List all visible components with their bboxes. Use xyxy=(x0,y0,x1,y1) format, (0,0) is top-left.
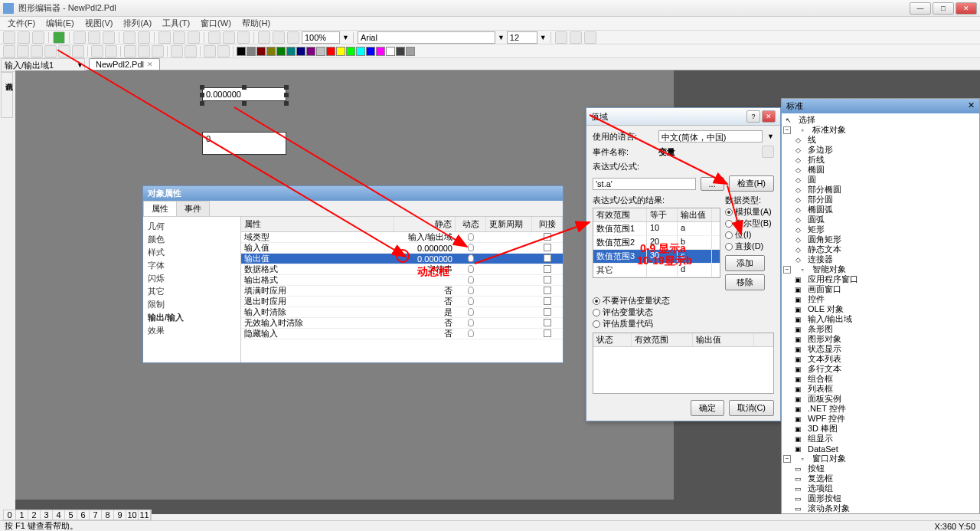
add-button[interactable]: 添加 xyxy=(725,255,765,271)
menu-arrange[interactable]: 排列(A) xyxy=(119,17,156,30)
radio-bit[interactable] xyxy=(725,231,733,239)
align-top-button[interactable] xyxy=(44,45,57,57)
save-button[interactable] xyxy=(32,31,44,44)
color-swatch[interactable] xyxy=(346,47,355,56)
align-left-button[interactable] xyxy=(3,45,15,57)
palette-item[interactable]: ▣组显示 xyxy=(783,434,978,444)
palette-close-icon[interactable]: ✕ xyxy=(968,100,975,112)
tree-flash[interactable]: 闪烁 xyxy=(146,272,237,285)
prop-row[interactable]: 无效输入时清除否 xyxy=(241,318,563,329)
tree-color[interactable]: 颜色 xyxy=(146,233,237,246)
tree-geometry[interactable]: 几何 xyxy=(146,220,237,233)
prop-row[interactable]: 填满时应用否 xyxy=(241,286,563,297)
tab-document[interactable]: NewPdl2.Pdl ✕ xyxy=(89,58,160,70)
flip-h-button[interactable] xyxy=(124,45,136,57)
color-swatch[interactable] xyxy=(266,47,276,56)
color-swatch[interactable] xyxy=(336,47,345,56)
zoom-in-button[interactable] xyxy=(258,31,270,44)
menu-window[interactable]: 窗口(W) xyxy=(196,17,236,30)
radio-analog[interactable] xyxy=(725,208,733,216)
check-button[interactable]: 检查(H) xyxy=(729,175,774,192)
color-swatch[interactable] xyxy=(316,47,325,56)
copy-button[interactable] xyxy=(88,31,100,44)
status-table[interactable]: 状态 有效范围 输出值 xyxy=(593,333,774,394)
color-swatch[interactable] xyxy=(276,47,286,56)
menu-help[interactable]: 帮助(H) xyxy=(237,17,275,30)
event-browse-icon[interactable] xyxy=(762,146,774,158)
prop-row[interactable]: 隐藏输入否 xyxy=(241,329,563,339)
rotate-button[interactable] xyxy=(152,45,164,57)
radio-eval-var[interactable] xyxy=(593,309,600,316)
bring-front-button[interactable] xyxy=(171,45,183,57)
radio-eval-qc[interactable] xyxy=(593,320,600,328)
palette-item[interactable]: −▫管对象 xyxy=(783,513,978,514)
font-color-button[interactable] xyxy=(555,31,567,44)
color-swatch[interactable] xyxy=(356,47,365,56)
tree-font[interactable]: 字体 xyxy=(146,259,237,272)
menu-file[interactable]: 文件(F) xyxy=(3,17,40,30)
color-swatch[interactable] xyxy=(296,47,305,56)
tb-btn-a[interactable] xyxy=(208,31,220,44)
tree-output-input[interactable]: 输出/输入 xyxy=(146,311,237,324)
range-row[interactable]: 数值范围220b xyxy=(593,236,720,250)
align-center-button[interactable] xyxy=(17,45,29,57)
left-dock-palette-toggle[interactable]: 调色盘 xyxy=(1,72,13,118)
tree-misc[interactable]: 其它 xyxy=(146,285,237,298)
tree-limit[interactable]: 限制 xyxy=(146,298,237,311)
cut-button[interactable] xyxy=(74,31,86,44)
new-button[interactable] xyxy=(3,31,15,44)
prop-row[interactable]: 输出格式 xyxy=(241,275,563,286)
prop-row[interactable]: 数据格式字符串 xyxy=(241,264,563,275)
color-swatch[interactable] xyxy=(306,47,315,56)
color-swatch[interactable] xyxy=(376,47,385,56)
prop-row[interactable]: 域类型输入/输出域 xyxy=(241,232,563,243)
menu-edit[interactable]: 编辑(E) xyxy=(41,17,79,30)
grid2-button[interactable] xyxy=(173,31,185,44)
color-swatch[interactable] xyxy=(286,47,296,56)
menu-view[interactable]: 视图(V) xyxy=(80,17,118,30)
align-bottom-button[interactable] xyxy=(72,45,84,57)
close-button[interactable]: ✕ xyxy=(956,2,977,15)
color-swatch[interactable] xyxy=(247,47,256,56)
prop-row[interactable]: 输入值0.000000 xyxy=(241,243,563,254)
result-table[interactable]: 有效范围 等于 输出值 数值范围110a数值范围220b数值范围330c其它d xyxy=(593,208,720,278)
undo-button[interactable] xyxy=(123,31,136,44)
align-right-button[interactable] xyxy=(31,45,43,57)
cancel-button[interactable]: 取消(C) xyxy=(729,400,774,416)
radio-bool[interactable] xyxy=(725,220,733,228)
flip-v-button[interactable] xyxy=(138,45,150,57)
io-field-2[interactable]: 0 xyxy=(202,132,286,155)
redo-button[interactable] xyxy=(138,31,150,44)
paste-button[interactable] xyxy=(103,31,115,44)
color-swatch[interactable] xyxy=(237,47,246,56)
prop-row[interactable]: 退出时应用否 xyxy=(241,297,563,307)
font-size-combo[interactable]: 12 xyxy=(507,31,537,44)
color-swatch[interactable] xyxy=(386,47,395,56)
run-button[interactable] xyxy=(53,31,65,44)
ungroup-button[interactable] xyxy=(217,45,230,57)
align-mid-button[interactable] xyxy=(58,45,70,57)
color-swatch[interactable] xyxy=(396,47,405,56)
distr-v-button[interactable] xyxy=(105,45,117,57)
prop-row[interactable]: 输入时清除是 xyxy=(241,307,563,318)
tree-effect[interactable]: 效果 xyxy=(146,324,237,337)
range-row[interactable]: 数值范围330c xyxy=(593,250,720,264)
palette-list[interactable]: ↖选择−▫标准对象◇线◇多边形◇折线◇椭圆◇圆◇部分椭圆◇部分圆◇椭圆弧◇圆弧◇… xyxy=(782,113,979,514)
zoom-fit-button[interactable] xyxy=(287,31,299,44)
zoom-out-button[interactable] xyxy=(273,31,285,44)
minimize-button[interactable]: — xyxy=(910,2,931,15)
grid-button[interactable] xyxy=(158,31,171,44)
distr-h-button[interactable] xyxy=(91,45,103,57)
color-swatch[interactable] xyxy=(406,47,415,56)
range-row[interactable]: 其它d xyxy=(593,264,720,277)
expression-input[interactable]: 'st.a' xyxy=(593,178,696,190)
language-select[interactable]: 中文(简体，中国) xyxy=(658,130,763,143)
prop-row[interactable]: 输出值0.000000 xyxy=(241,254,563,264)
radio-direct[interactable] xyxy=(725,243,733,251)
color-swatch[interactable] xyxy=(256,47,266,56)
dialog-help-button[interactable]: ? xyxy=(746,110,760,123)
tb-btn-b[interactable] xyxy=(223,31,235,44)
tab-close-icon[interactable]: ✕ xyxy=(147,61,153,68)
fill-color-button[interactable] xyxy=(584,31,596,44)
remove-button[interactable]: 移除 xyxy=(725,274,765,290)
